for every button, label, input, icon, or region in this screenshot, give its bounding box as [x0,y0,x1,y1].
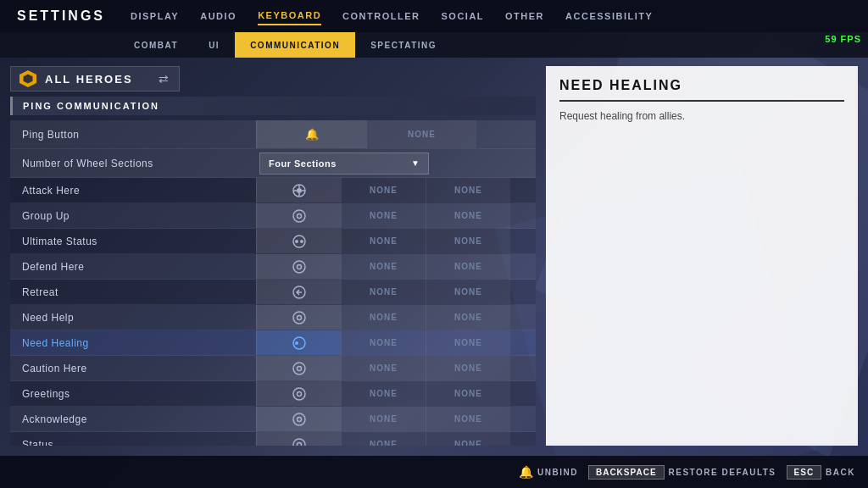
svg-point-18 [293,363,305,374]
ping-binding[interactable]: 🔔 [256,120,366,148]
table-row: Defend Here NONE NONE [10,254,536,280]
tab-communication[interactable]: COMMUNICATION [235,32,355,58]
table-row: Number of Wheel Sections Four Sections ▼ [10,149,536,178]
attack-none1[interactable]: NONE [341,178,426,202]
defend-none1[interactable]: NONE [341,254,426,279]
detail-panel: NEED HEALING Request healing from allies… [546,66,858,446]
caution-none1[interactable]: NONE [341,356,426,380]
nav-audio[interactable]: AUDIO [200,8,236,25]
wheel-sections-dropdown[interactable]: Four Sections ▼ [259,152,429,175]
caution-binding[interactable] [256,356,341,380]
caution-none2[interactable]: NONE [426,356,510,380]
svg-point-20 [293,388,305,400]
row-label-defend: Defend Here [10,261,256,273]
svg-point-23 [297,417,301,421]
needhelp-none1[interactable]: NONE [341,305,426,330]
groupup-binding[interactable] [256,203,341,228]
defend-binding[interactable] [256,254,341,279]
greetings-none1[interactable]: NONE [341,381,426,406]
svg-point-21 [297,391,301,396]
unbind-label: UNBIND [537,468,578,477]
dropdown-value: Four Sections [269,158,337,169]
svg-point-17 [295,341,298,345]
back-key: ESC [787,465,822,480]
defend-none2[interactable]: NONE [426,254,510,279]
bell-icon: 🔔 [305,128,319,141]
table-row: Ultimate Status NONE NONE [10,229,536,254]
row-label-groupup: Group Up [10,210,256,222]
nav-other[interactable]: OTHER [505,8,544,25]
swap-icon[interactable]: ⇄ [159,72,169,86]
needhelp-none2[interactable]: NONE [426,305,510,330]
restore-key: BACKSPACE [588,465,665,480]
row-label-ping: Ping Button [10,129,256,141]
svg-point-14 [293,312,305,324]
retreat-binding[interactable] [256,280,341,304]
table-row: Caution Here NONE NONE [10,356,536,381]
greetings-none2[interactable]: NONE [426,381,510,406]
status-none1[interactable]: NONE [341,432,426,446]
tab-ui[interactable]: UI [193,32,235,58]
restore-label: RESTORE DEFAULTS [669,468,776,477]
row-label-acknowledge: Acknowledge [10,413,256,425]
bottombar: 🔔 UNBIND BACKSPACE RESTORE DEFAULTS ESC … [0,456,868,488]
row-label-needhealing: Need Healing [10,337,256,349]
needhelp-binding[interactable] [256,305,341,330]
hero-selector-label: ALL HEROES [45,73,133,86]
status-binding[interactable] [256,432,341,446]
attack-binding[interactable] [256,178,341,202]
table-row: Need Healing NONE NONE [10,330,536,356]
row-label-retreat: Retreat [10,286,256,298]
svg-point-15 [297,315,301,319]
svg-point-19 [297,366,301,370]
status-none2[interactable]: NONE [426,432,510,446]
table-row: Greetings NONE NONE [10,381,536,407]
ultimate-none1[interactable]: NONE [341,229,426,253]
hero-selector[interactable]: ALL HEROES ⇄ [10,66,180,92]
main-content: ALL HEROES ⇄ PING COMMUNICATION Ping But… [0,58,868,454]
needhealing-none1[interactable]: NONE [341,330,426,355]
table-row: Group Up NONE NONE [10,203,536,229]
ping-none[interactable]: NONE [366,120,476,148]
retreat-none1[interactable]: NONE [341,280,426,304]
needhealing-binding[interactable] [256,330,341,355]
acknowledge-none2[interactable]: NONE [426,407,510,431]
left-panel: ALL HEROES ⇄ PING COMMUNICATION Ping But… [10,66,536,446]
svg-point-12 [297,264,301,269]
greetings-binding[interactable] [256,381,341,406]
ultimate-binding[interactable] [256,229,341,253]
nav-controller[interactable]: CONTROLLER [342,8,420,25]
svg-point-6 [293,210,305,222]
hero-icon [19,70,36,87]
unbind-action[interactable]: 🔔 UNBIND [519,465,578,479]
groupup-none1[interactable]: NONE [341,203,426,228]
svg-point-22 [293,413,305,425]
nav-accessibility[interactable]: ACCESSIBILITY [565,8,653,25]
table-row: Retreat NONE NONE [10,280,536,305]
fps-counter: 59 FPS [825,34,861,44]
nav-display[interactable]: DISPLAY [131,8,179,25]
back-action[interactable]: ESC BACK [787,465,855,480]
row-label-status: Status [10,439,256,446]
topnav: DISPLAY AUDIO KEYBOARD CONTROLLER SOCIAL… [131,7,653,25]
table-row: Need Help NONE NONE [10,305,536,330]
table-row: Status NONE NONE [10,432,536,446]
ultimate-none2[interactable]: NONE [426,229,510,253]
tab-combat[interactable]: COMBAT [119,32,193,58]
section-title: PING COMMUNICATION [23,101,159,111]
needhealing-none2[interactable]: NONE [426,330,510,355]
acknowledge-none1[interactable]: NONE [341,407,426,431]
row-label-attack: Attack Here [10,185,256,197]
acknowledge-binding[interactable] [256,407,341,431]
nav-keyboard[interactable]: KEYBOARD [258,7,321,25]
row-label-caution: Caution Here [10,363,256,374]
nav-social[interactable]: SOCIAL [441,8,484,25]
restore-action[interactable]: BACKSPACE RESTORE DEFAULTS [588,465,776,480]
groupup-none2[interactable]: NONE [426,203,510,228]
tab-spectating[interactable]: SPECTATING [355,32,452,58]
attack-none2[interactable]: NONE [426,178,510,202]
retreat-none2[interactable]: NONE [426,280,510,304]
subtabs: COMBAT UI COMMUNICATION SPECTATING [0,32,868,58]
row-label-ultimate: Ultimate Status [10,236,256,247]
svg-point-25 [297,442,301,446]
